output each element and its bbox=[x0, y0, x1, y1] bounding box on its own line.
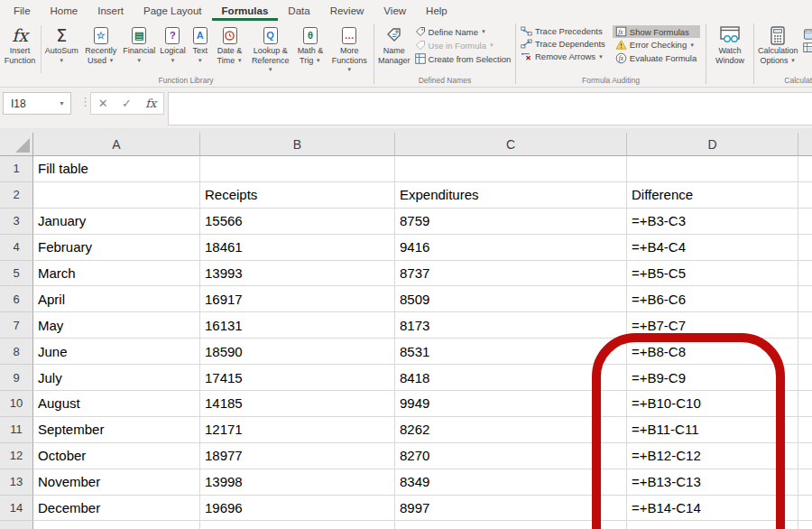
select-all-corner[interactable] bbox=[0, 133, 33, 156]
evaluate-formula-button[interactable]: fx Evaluate Formula bbox=[613, 51, 700, 65]
name-manager-button[interactable]: Name Manager bbox=[376, 23, 412, 76]
cell-A15[interactable] bbox=[33, 521, 200, 529]
row-header-8[interactable]: 8 bbox=[0, 339, 33, 365]
row-header-10[interactable]: 10 bbox=[0, 391, 33, 417]
formula-bar-input[interactable] bbox=[168, 92, 812, 125]
cell-A5[interactable]: March bbox=[33, 261, 200, 287]
cell-D6[interactable]: =+B6-C6 bbox=[627, 286, 798, 312]
cell-D9[interactable]: =+B9-C9 bbox=[627, 365, 798, 391]
tab-page-layout[interactable]: Page Layout bbox=[134, 2, 212, 21]
cell-D10[interactable]: =+B10-C10 bbox=[627, 391, 798, 417]
math-trig-button[interactable]: θ Math & Trig ▼ bbox=[293, 23, 327, 76]
cell-C15[interactable] bbox=[395, 521, 627, 529]
name-box[interactable]: I18 ▼ bbox=[3, 92, 71, 115]
trace-precedents-button[interactable]: Trace Precedents bbox=[518, 25, 609, 37]
cell-B8[interactable]: 18590 bbox=[200, 339, 395, 365]
row-header-5[interactable]: 5 bbox=[0, 261, 33, 287]
cell-B11[interactable]: 12171 bbox=[200, 417, 395, 443]
tab-view[interactable]: View bbox=[374, 2, 416, 21]
cell-C7[interactable]: 8173 bbox=[395, 312, 627, 339]
cell-D13[interactable]: =+B13-C13 bbox=[627, 469, 798, 496]
cell-partial-4[interactable] bbox=[798, 235, 812, 261]
cell-D15[interactable] bbox=[627, 521, 798, 529]
cell-A4[interactable]: February bbox=[33, 235, 200, 261]
cell-A1[interactable]: Fill table bbox=[33, 156, 200, 182]
cell-C8[interactable]: 8531 bbox=[395, 339, 627, 365]
cell-D7[interactable]: =+B7-C7 bbox=[627, 312, 798, 339]
row-header-13[interactable]: 13 bbox=[0, 469, 33, 496]
cell-partial-8[interactable] bbox=[798, 339, 812, 365]
cell-B12[interactable]: 18977 bbox=[200, 443, 395, 469]
cell-B3[interactable]: 15566 bbox=[200, 209, 395, 235]
cell-B10[interactable]: 14185 bbox=[200, 391, 395, 417]
cell-partial-2[interactable] bbox=[798, 182, 812, 209]
cell-D3[interactable]: =+B3-C3 bbox=[627, 209, 798, 235]
tab-insert[interactable]: Insert bbox=[88, 2, 134, 21]
column-header-D[interactable]: D bbox=[627, 133, 798, 156]
date-time-button[interactable]: Date & Time ▼ bbox=[212, 23, 247, 76]
logical-button[interactable]: ? Logical▼ bbox=[158, 23, 189, 76]
cell-C3[interactable]: 8759 bbox=[395, 209, 627, 235]
cell-D4[interactable]: =+B4-C4 bbox=[627, 235, 798, 261]
row-header-12[interactable]: 12 bbox=[0, 443, 33, 469]
text-button[interactable]: A Text▼ bbox=[188, 23, 212, 76]
cell-partial-3[interactable] bbox=[798, 209, 812, 235]
show-formulas-button[interactable]: fx Show Formulas bbox=[613, 25, 700, 38]
cell-D5[interactable]: =+B5-C5 bbox=[627, 261, 798, 287]
calculate-sheet-button-cut[interactable]: Ca bbox=[800, 42, 812, 54]
row-header-11[interactable]: 11 bbox=[0, 417, 33, 443]
row-header-2[interactable]: 2 bbox=[0, 182, 33, 209]
cell-B15[interactable] bbox=[200, 521, 395, 529]
trace-dependents-button[interactable]: Trace Dependents bbox=[518, 38, 609, 50]
cell-partial-14[interactable] bbox=[798, 496, 812, 522]
tab-formulas[interactable]: Formulas bbox=[212, 2, 279, 21]
remove-arrows-button[interactable]: Remove Arrows ▼ bbox=[518, 51, 609, 62]
tab-help[interactable]: Help bbox=[416, 2, 457, 21]
cell-A11[interactable]: September bbox=[33, 417, 200, 443]
cell-D8[interactable]: =+B8-C8 bbox=[627, 339, 798, 365]
tab-file[interactable]: File bbox=[4, 2, 41, 21]
calculate-now-button-cut[interactable]: Ca bbox=[800, 28, 812, 41]
row-header-9[interactable]: 9 bbox=[0, 365, 33, 391]
row-header-1[interactable]: 1 bbox=[0, 156, 33, 182]
name-box-dropdown-icon[interactable]: ▼ bbox=[59, 100, 70, 107]
column-header-partial[interactable] bbox=[798, 133, 812, 156]
financial-button[interactable]: ▤ Financial▼ bbox=[121, 23, 158, 76]
insert-function-fx-icon[interactable]: fx bbox=[145, 97, 156, 110]
row-header-15[interactable]: 15 bbox=[0, 521, 33, 529]
error-checking-button[interactable]: Error Checking ▼ bbox=[613, 39, 700, 51]
cell-B2[interactable]: Receipts bbox=[200, 182, 395, 209]
cell-C9[interactable]: 8418 bbox=[395, 365, 627, 391]
cell-B6[interactable]: 16917 bbox=[200, 286, 395, 312]
recently-used-button[interactable]: ☆ Recently Used ▼ bbox=[81, 23, 121, 76]
cell-C12[interactable]: 8270 bbox=[395, 443, 627, 469]
cell-partial-7[interactable] bbox=[798, 312, 812, 339]
cell-D2[interactable]: Difference bbox=[627, 182, 798, 209]
cell-B14[interactable]: 19696 bbox=[200, 496, 395, 522]
create-from-selection-button[interactable]: Create from Selection bbox=[412, 52, 515, 65]
cell-D12[interactable]: =+B12-C12 bbox=[627, 443, 798, 469]
insert-function-button[interactable]: fx Insert Function bbox=[0, 23, 40, 76]
cell-B13[interactable]: 13998 bbox=[200, 469, 395, 496]
cell-C10[interactable]: 9949 bbox=[395, 391, 627, 417]
cell-A14[interactable]: December bbox=[33, 496, 200, 522]
enter-icon[interactable]: ✓ bbox=[122, 97, 132, 110]
tab-home[interactable]: Home bbox=[41, 2, 88, 21]
row-header-4[interactable]: 4 bbox=[0, 235, 33, 261]
calculation-options-button[interactable]: Calculation Options ▼ bbox=[756, 23, 800, 76]
cell-C13[interactable]: 8349 bbox=[395, 469, 627, 496]
define-name-button[interactable]: Define Name ▼ bbox=[412, 25, 515, 38]
cell-A8[interactable]: June bbox=[33, 339, 200, 365]
cell-D14[interactable]: =+B14-C14 bbox=[627, 496, 798, 522]
cell-partial-11[interactable] bbox=[798, 417, 812, 443]
cell-partial-10[interactable] bbox=[798, 391, 812, 417]
row-header-3[interactable]: 3 bbox=[0, 209, 33, 235]
cell-partial-6[interactable] bbox=[798, 286, 812, 312]
row-header-14[interactable]: 14 bbox=[0, 496, 33, 522]
cell-C2[interactable]: Expenditures bbox=[395, 182, 627, 209]
row-header-7[interactable]: 7 bbox=[0, 312, 33, 339]
cell-C14[interactable]: 8997 bbox=[395, 496, 627, 522]
cell-B7[interactable]: 16131 bbox=[200, 312, 395, 339]
lookup-reference-button[interactable]: Q Lookup & Reference ▼ bbox=[247, 23, 293, 76]
cell-A13[interactable]: November bbox=[33, 469, 200, 496]
